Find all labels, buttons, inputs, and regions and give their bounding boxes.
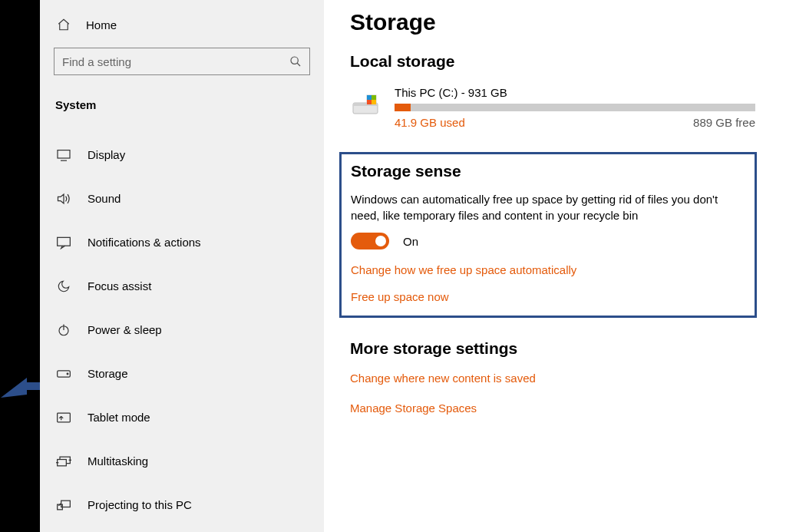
home-icon [55,18,72,31]
sidebar-home[interactable]: Home [40,9,324,40]
sidebar-item-focus-assist[interactable]: Focus assist [40,264,324,308]
sound-icon [55,192,72,206]
search-icon [289,55,302,68]
search-input[interactable] [62,55,289,68]
toggle-knob [375,236,386,246]
window-left-bar [0,0,40,532]
notifications-icon [55,236,72,249]
sidebar-item-label: Power & sleep [88,323,162,336]
link-manage-storage-spaces[interactable]: Manage Storage Spaces [350,401,755,415]
sidebar-item-projecting[interactable]: Projecting to this PC [40,483,324,527]
svg-rect-12 [58,459,67,465]
main-content: Storage Local storage This PC (C:) - 931… [338,0,768,431]
drive-info: This PC (C:) - 931 GB 41.9 GB used 889 G… [395,86,755,129]
sidebar-item-multitasking[interactable]: Multitasking [40,439,324,483]
page-title: Storage [350,9,755,35]
focus-assist-icon [55,279,72,293]
sidebar-item-label: Multitasking [88,454,148,468]
sidebar-item-display[interactable]: Display [40,133,324,177]
drive-block[interactable]: This PC (C:) - 931 GB 41.9 GB used 889 G… [350,86,755,129]
drive-name: This PC (C:) - 931 GB [395,86,755,99]
drive-usage-fill [395,104,411,111]
drive-icon [350,89,381,120]
drive-used-label: 41.9 GB used [395,116,465,129]
svg-point-1 [291,57,298,64]
drive-usage-bar [395,104,755,111]
sidebar-nav-list: Display Sound Notifications & actions [40,133,324,527]
storage-sense-toggle-label: On [403,235,418,248]
link-change-where-saved[interactable]: Change where new content is saved [350,372,755,385]
display-icon [55,149,72,161]
sidebar-item-label: Projecting to this PC [88,498,192,511]
multitasking-icon [55,455,72,468]
more-storage-settings-section: More storage settings Change where new c… [350,339,755,415]
sidebar-category-system: System [40,81,324,119]
storage-sense-description: Windows can automatically free up space … [351,191,745,223]
section-storage-sense-heading: Storage sense [351,162,745,180]
sidebar-item-label: Sound [88,192,121,205]
sidebar-item-label: Storage [88,367,128,380]
section-local-storage-heading: Local storage [350,52,755,71]
link-free-up-now[interactable]: Free up space now [351,290,745,303]
storage-sense-toggle[interactable] [351,233,389,249]
tablet-mode-icon [55,411,72,424]
sidebar-item-notifications[interactable]: Notifications & actions [40,220,324,264]
svg-rect-23 [372,100,376,104]
sidebar-item-label: Focus assist [88,279,151,292]
sidebar-item-label: Tablet mode [88,411,150,424]
sidebar-item-label: Notifications & actions [88,236,201,249]
link-change-free-up[interactable]: Change how we free up space automaticall… [351,263,745,276]
section-more-settings-heading: More storage settings [350,339,755,358]
sidebar-item-label: Display [88,148,125,161]
settings-sidebar: Home System Display [40,0,324,532]
projecting-icon [55,499,72,511]
svg-rect-3 [58,150,70,157]
storage-icon [55,369,72,378]
storage-sense-section: Storage sense Windows can automatically … [339,152,757,318]
svg-line-2 [297,63,300,66]
svg-rect-21 [372,95,376,100]
sidebar-home-label: Home [86,18,117,31]
svg-point-9 [67,373,68,375]
drive-free-label: 889 GB free [693,116,755,129]
svg-rect-5 [58,237,71,246]
sidebar-item-power-sleep[interactable]: Power & sleep [40,308,324,352]
search-box[interactable] [54,48,310,75]
power-icon [55,323,72,337]
sidebar-item-tablet-mode[interactable]: Tablet mode [40,395,324,439]
sidebar-item-sound[interactable]: Sound [40,177,324,220]
svg-rect-22 [367,100,372,104]
svg-rect-20 [367,95,372,100]
sidebar-item-storage[interactable]: Storage [40,352,324,395]
